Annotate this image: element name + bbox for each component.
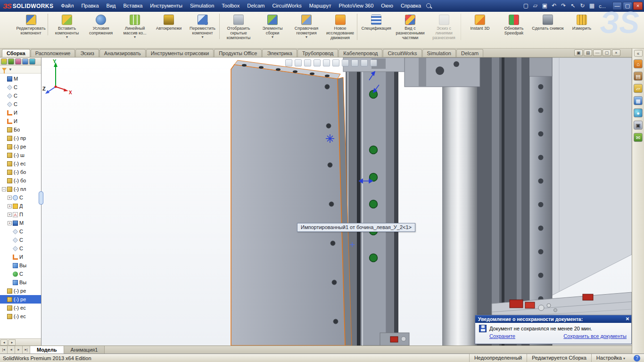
options-icon[interactable]: ▦ — [587, 2, 596, 10]
featuremanager-tree-icon[interactable] — [1, 58, 7, 65]
forum-icon[interactable]: ✉ — [634, 133, 643, 142]
tab-scroll-last-icon[interactable]: ▸| — [23, 346, 30, 354]
command-tab[interactable]: Расположение — [31, 49, 75, 57]
doc-minimize-button[interactable]: — — [593, 49, 602, 56]
tree-item[interactable]: П — [0, 210, 41, 219]
undo-icon[interactable]: ↶ — [550, 2, 558, 10]
tree-item[interactable]: (-) ре — [0, 142, 41, 151]
menu-item[interactable]: Вставка — [119, 0, 146, 12]
tree-item[interactable]: (-) ре — [0, 287, 41, 295]
menu-item[interactable]: Simulation — [186, 0, 218, 12]
ribbon-button[interactable]: Справочная геометрия ▾ — [289, 14, 323, 39]
displaymanager-icon[interactable] — [29, 58, 35, 65]
menu-item[interactable]: Маршрут — [305, 0, 335, 12]
open-document-icon[interactable]: ▱ — [531, 2, 539, 10]
scroll-left-icon[interactable]: ◂ — [0, 339, 8, 346]
zoom-area-icon[interactable] — [295, 59, 302, 66]
ribbon-button[interactable]: Элементы сборки ▾ — [256, 14, 289, 39]
menu-item[interactable]: Окно — [377, 0, 397, 12]
ribbon-button[interactable]: Переместить компонент ▾ — [186, 14, 220, 39]
tree-item[interactable]: (-) ес — [0, 312, 41, 321]
display-style-icon[interactable] — [332, 59, 339, 66]
tree-item[interactable]: Вы — [0, 261, 41, 270]
command-tab[interactable]: Эскиз — [75, 49, 99, 57]
command-tab[interactable]: Simulation — [422, 49, 456, 57]
view-settings-icon[interactable] — [370, 59, 377, 66]
design-library-icon[interactable]: ▤ — [634, 72, 643, 81]
graphics-viewport[interactable]: Импортированный1 от бочина_левая_У_2<1> … — [41, 58, 632, 346]
tree-item[interactable]: Бо — [0, 125, 41, 134]
back-panel[interactable] — [552, 58, 632, 296]
tree-item[interactable]: С — [0, 244, 41, 253]
edit-appearance-icon[interactable] — [351, 59, 358, 66]
tree-item[interactable]: И — [0, 117, 41, 125]
tree-item[interactable]: С — [0, 83, 41, 91]
new-document-icon[interactable]: ▢ — [521, 2, 530, 10]
tab-scroll-right-icon[interactable]: ▸ — [15, 346, 23, 354]
command-tab[interactable]: Кабелепровод — [339, 49, 382, 57]
apply-scene-icon[interactable] — [361, 59, 368, 66]
section-view-icon[interactable] — [314, 59, 321, 66]
selected-panel[interactable] — [231, 65, 345, 346]
close-icon[interactable]: ✕ — [624, 315, 631, 323]
doc-close-button[interactable]: × — [612, 49, 620, 56]
tree-item[interactable]: С — [0, 236, 41, 244]
ribbon-button[interactable]: Автокрепежи ▾ — [152, 14, 186, 31]
tree-item[interactable]: (-) ес — [0, 304, 41, 312]
red-clamp-block[interactable] — [510, 300, 523, 308]
tree-filter-row[interactable]: ▼ — [0, 66, 41, 74]
propertymanager-icon[interactable] — [8, 58, 14, 65]
file-explorer-icon[interactable]: ▱ — [634, 84, 643, 93]
save-all-link[interactable]: Сохранить все документы — [563, 333, 627, 339]
tree-item[interactable]: М — [0, 219, 41, 227]
expand-toggle-icon[interactable] — [8, 196, 12, 200]
dimxpertmanager-icon[interactable] — [22, 58, 28, 65]
ribbon-button[interactable]: Редактировать компонент ▾ — [14, 14, 48, 35]
ribbon-button[interactable]: Вид с разнесенными частями ▾ — [393, 14, 427, 40]
expand-toggle-icon[interactable] — [8, 213, 12, 217]
doc-restore-button[interactable]: ▢ — [603, 49, 611, 56]
tree-item[interactable]: (-) ш — [0, 151, 41, 159]
ribbon-button[interactable]: Обновить Speedpak ▾ — [497, 14, 531, 35]
command-tab[interactable]: Инструменты отрисовки — [146, 49, 214, 57]
view-orientation-icon[interactable] — [323, 59, 330, 66]
scroll-right-icon[interactable]: ▸ — [8, 339, 16, 346]
tree-item[interactable]: (-) ре — [0, 295, 41, 304]
tree-item[interactable]: И — [0, 108, 41, 117]
hide-show-items-icon[interactable] — [342, 59, 349, 66]
ribbon-button[interactable]: Отобразить скрытые компоненты ▾ — [222, 14, 256, 40]
tree-item[interactable]: С — [0, 227, 41, 236]
home-icon[interactable]: ⌂ — [634, 59, 643, 68]
red-clamp-block[interactable] — [583, 294, 593, 300]
command-tab[interactable]: Электрика — [262, 49, 297, 57]
configurationmanager-icon[interactable] — [15, 58, 21, 65]
expand-toggle-icon[interactable] — [8, 221, 12, 225]
tree-item[interactable]: С — [0, 91, 41, 100]
doc-tile-icon[interactable]: ▤ — [584, 49, 592, 56]
panel-splitter-handle[interactable] — [39, 191, 43, 205]
tree-item[interactable]: (-) бо — [0, 168, 41, 176]
menu-item[interactable]: Delcam — [243, 0, 268, 12]
tab-scroll-left-icon[interactable]: ◂ — [8, 346, 15, 354]
tab-scroll-first-icon[interactable]: |◂ — [0, 346, 8, 354]
command-tab[interactable]: Сборка — [2, 49, 30, 57]
ribbon-button[interactable]: Линейный массив ко... ▾ — [118, 14, 152, 39]
red-clamp-block[interactable] — [525, 302, 535, 308]
save-link[interactable]: Сохраните — [489, 333, 515, 339]
menu-item[interactable]: Инструменты — [146, 0, 186, 12]
tree-item[interactable]: (-) пл — [0, 185, 41, 193]
document-tab[interactable]: Анимация1 — [64, 346, 105, 354]
menu-item[interactable]: Правка — [77, 0, 102, 12]
menu-item[interactable]: CircuitWorks — [269, 0, 305, 12]
custom-properties-icon[interactable]: ▣ — [634, 121, 643, 130]
ribbon-button[interactable]: Новое исследование движения ▾ — [323, 14, 357, 40]
select-icon[interactable]: ↖ — [569, 2, 577, 10]
menu-item[interactable]: Toolbox — [218, 0, 243, 12]
tree-item[interactable]: М — [0, 74, 41, 83]
cylinder-rod[interactable] — [442, 75, 477, 346]
previous-view-icon[interactable] — [304, 59, 311, 66]
menu-item[interactable]: PhotoView 360 — [335, 0, 378, 12]
tree-item[interactable]: И — [0, 253, 41, 261]
command-tab[interactable]: Анализировать — [99, 49, 146, 57]
customize-button[interactable]: Настройка▾ — [591, 354, 630, 362]
